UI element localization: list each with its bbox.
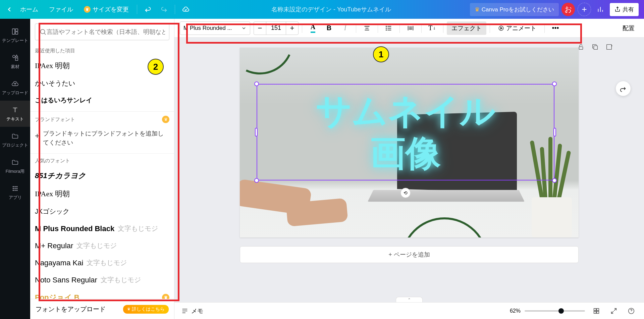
notes-button[interactable]: メモ	[181, 307, 203, 315]
search-input[interactable]	[47, 29, 165, 36]
side-nav: テンプレート 素材 アップロード テキスト プロジェクト Filmora用 アプ…	[0, 19, 30, 319]
fullscreen-button[interactable]	[608, 305, 620, 317]
svg-rect-23	[597, 308, 599, 310]
list-button[interactable]	[381, 21, 396, 35]
svg-rect-22	[594, 308, 596, 310]
vertical-text-button[interactable]: T	[425, 21, 440, 35]
share-label: 共有	[623, 6, 634, 13]
nav-label: 素材	[11, 64, 19, 70]
nav-templates[interactable]: テンプレート	[0, 22, 30, 48]
panel-footer: フォントをアップロード ♛詳しくはこちら	[30, 299, 174, 319]
user-avatar[interactable]: お	[561, 3, 575, 16]
canvas-area[interactable]: ⟲ サムネイル 画像 + ページを追加	[174, 38, 644, 302]
nav-elements[interactable]: 素材	[0, 48, 30, 74]
resize-handle[interactable]	[254, 82, 259, 86]
effects-button[interactable]: エフェクト	[447, 21, 486, 35]
recent-label: 最近使用した項目	[35, 48, 169, 54]
resize-menu[interactable]: ♛サイズを変更	[80, 3, 133, 16]
font-item[interactable]: こはるいろサンレイ	[35, 92, 169, 109]
help-button[interactable]	[625, 305, 637, 317]
zoom-slider[interactable]	[525, 310, 585, 312]
animate-button[interactable]: アニメート	[493, 21, 541, 35]
document-title[interactable]: 名称未設定のデザイン - YouTubeサムネイル	[195, 5, 467, 13]
position-button[interactable]: 配置	[619, 24, 639, 32]
size-decrease[interactable]: −	[254, 22, 266, 35]
annotation-marker-2: 2	[148, 59, 164, 75]
nav-uploads[interactable]: アップロード	[0, 74, 30, 101]
home-menu[interactable]: ホーム	[16, 3, 42, 16]
add-page-button[interactable]: + ページを追加	[240, 246, 579, 263]
search-icon	[39, 28, 47, 36]
add-brand-font[interactable]: +ブランドキットにブランドフォントを追加してください	[35, 126, 169, 151]
resize-handle[interactable]	[255, 128, 258, 137]
nav-apps[interactable]: アプリ	[0, 179, 30, 205]
zoom-thumb[interactable]	[558, 308, 564, 314]
detail-button[interactable]: ♛詳しくはこちら	[123, 305, 169, 314]
popular-label: 人気のフォント	[35, 158, 169, 164]
nav-projects[interactable]: プロジェクト	[0, 127, 30, 153]
page-drawer-toggle[interactable]: ⌃	[396, 297, 423, 302]
font-list[interactable]: 最近使用した項目 IPAex 明朝 かいそうたい こはるいろサンレイ ブランドフ…	[30, 44, 174, 299]
resize-label: サイズを変更	[93, 5, 129, 13]
share-button[interactable]: 共有	[610, 3, 639, 16]
annotation-marker-1: 1	[373, 46, 389, 62]
bold-button[interactable]: B	[322, 21, 336, 35]
svg-point-13	[16, 190, 18, 191]
svg-point-9	[14, 188, 16, 189]
font-item[interactable]: Noto Sans Regular文字もじモジ	[35, 271, 169, 288]
add-member-button[interactable]	[578, 3, 591, 16]
rotate-handle[interactable]: ⟲	[400, 188, 411, 198]
size-increase[interactable]: +	[286, 22, 298, 35]
font-search[interactable]	[35, 23, 169, 40]
insights-button[interactable]	[594, 3, 607, 16]
text-color-button[interactable]: A	[306, 21, 320, 35]
resize-handle[interactable]	[552, 82, 557, 86]
svg-point-7	[16, 186, 18, 188]
text-element[interactable]: ⟲ サムネイル 画像	[257, 84, 554, 180]
font-item[interactable]: IPAex 明朝	[35, 185, 169, 203]
editor-footer: メモ 62%	[174, 302, 644, 319]
resize-handle[interactable]	[553, 128, 556, 137]
more-button[interactable]: •••	[548, 21, 563, 35]
upload-font-button[interactable]: フォントをアップロード	[36, 305, 106, 314]
grid-view-button[interactable]	[590, 305, 602, 317]
text-icon	[10, 105, 20, 115]
font-selector[interactable]: M Plus Rounded ...	[180, 21, 250, 35]
font-item[interactable]: かいそうたい	[35, 75, 169, 92]
nav-filmora[interactable]: Filmora用	[0, 153, 30, 179]
svg-rect-0	[12, 29, 15, 35]
svg-rect-24	[594, 311, 596, 313]
zoom-value[interactable]: 62%	[510, 308, 521, 314]
font-item[interactable]: M+ Regular文字もじモジ	[35, 237, 169, 254]
nav-label: テキスト	[6, 116, 24, 122]
nav-label: Filmora用	[6, 168, 24, 174]
font-item[interactable]: Nagayama Kai文字もじモジ	[35, 254, 169, 271]
duplicate-button[interactable]	[590, 42, 600, 52]
redo-float-button[interactable]	[616, 81, 631, 96]
file-menu[interactable]: ファイル	[45, 3, 77, 16]
size-value[interactable]: 151	[266, 22, 286, 35]
brand-add-label: ブランドキットにブランドフォントを追加してください	[43, 129, 169, 147]
undo-button[interactable]	[141, 3, 155, 16]
resize-handle[interactable]	[254, 178, 259, 183]
design-canvas[interactable]: ⟲ サムネイル 画像	[240, 48, 579, 237]
font-item[interactable]: Popジョイ B♛	[35, 288, 169, 299]
italic-button[interactable]: I	[338, 21, 353, 35]
spacing-button[interactable]	[403, 21, 418, 35]
redo-button[interactable]	[157, 3, 171, 16]
svg-point-5	[13, 186, 14, 188]
plus-icon: +	[35, 130, 40, 142]
font-item[interactable]: M Plus Rounded Black文字もじモジ	[35, 220, 169, 237]
align-button[interactable]	[360, 21, 374, 35]
nav-text[interactable]: テキスト	[0, 101, 30, 127]
resize-handle[interactable]	[552, 178, 557, 183]
font-item[interactable]: JKゴシック	[35, 203, 169, 220]
add-button[interactable]	[604, 42, 614, 52]
cloud-sync-icon[interactable]	[179, 3, 193, 16]
back-button[interactable]	[5, 5, 13, 13]
svg-rect-19	[579, 47, 583, 49]
font-item[interactable]: 851チカラヨク	[35, 167, 169, 185]
nav-label: アプリ	[9, 195, 22, 201]
templates-icon	[10, 27, 20, 36]
canva-pro-button[interactable]: ♛Canva Proをお試しください	[470, 3, 559, 16]
